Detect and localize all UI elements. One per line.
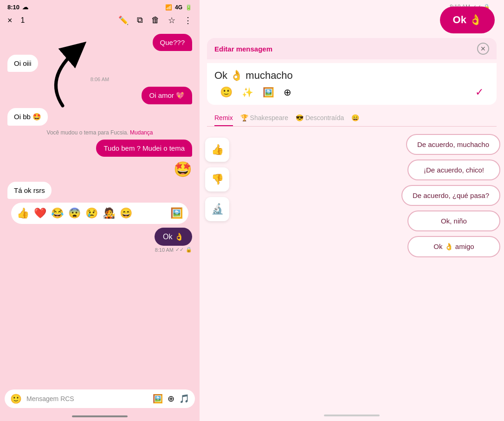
- reaction-scared[interactable]: 😨: [68, 207, 81, 219]
- tab-remix[interactable]: Remix: [214, 114, 233, 126]
- home-indicator-left: [72, 415, 128, 417]
- left-panel: 8:10 ☁ 📶 4G 🔋 × 1 ✏️ ⧉ 🗑 ☆ ⋮: [0, 0, 200, 421]
- lab-button[interactable]: 🔬: [205, 197, 229, 221]
- tab-extra[interactable]: 😄: [351, 114, 359, 126]
- thumbs-up-button[interactable]: 👍: [205, 138, 229, 162]
- toolbar: × 1 ✏️ ⧉ 🗑 ☆ ⋮: [0, 13, 200, 28]
- message-oi-oiii: Oi oiii: [7, 55, 38, 72]
- suggestion-2[interactable]: ¡De acuerdo, chico!: [407, 159, 500, 180]
- home-indicator-right: [324, 415, 380, 416]
- message-oi-amor: Oi amor 💖: [142, 87, 192, 104]
- thumbs-down-button[interactable]: 👎: [205, 167, 229, 191]
- suggestion-5[interactable]: Ok 👌 amigo: [407, 236, 500, 257]
- reaction-heart[interactable]: ❤️: [34, 207, 46, 219]
- suggestion-1[interactable]: De acuerdo, muchacho: [406, 134, 500, 155]
- edit-input-area[interactable]: 🙂 ✨ 🖼️ ⊕ ✓: [207, 63, 497, 105]
- reaction-add-emoji[interactable]: 😄: [120, 207, 132, 219]
- message-timestamp: 8:10 AM ✓✓ 🔒: [155, 247, 192, 253]
- edit-close-button[interactable]: ✕: [477, 43, 489, 55]
- image-action-icon[interactable]: 🖼️: [263, 87, 274, 98]
- message-input[interactable]: Mensagem RCS: [26, 395, 148, 402]
- reaction-laugh[interactable]: 😂: [51, 207, 64, 219]
- chat-area: Que??? Oi oiii 8:06 AM Oi amor 💖 Oi bb 🤩…: [0, 28, 200, 386]
- timestamp-806: 8:06 AM: [90, 77, 109, 82]
- message-oi-bb: Oi bb 🤩: [7, 108, 48, 126]
- input-bar[interactable]: 🙂 Mensagem RCS 🖼️ ⊕ 🎵: [5, 389, 195, 408]
- emoji-input-icon[interactable]: 🙂: [10, 393, 22, 404]
- copy-icon[interactable]: ⧉: [137, 15, 143, 26]
- tab-descontraida-label: 😎 Descontraída: [296, 114, 344, 121]
- reaction-image[interactable]: 🖼️: [170, 207, 183, 219]
- message-que: Que???: [153, 34, 192, 51]
- ok-button-label: Ok 👌: [453, 14, 482, 26]
- close-button[interactable]: ×: [7, 16, 13, 26]
- flask-icon: 🔬: [211, 203, 224, 215]
- time-display: 8:10: [7, 4, 19, 11]
- tab-remix-label: Remix: [214, 114, 233, 121]
- add-action-icon[interactable]: ⊕: [284, 87, 291, 98]
- cloud-icon: ☁: [22, 4, 28, 11]
- side-actions: 👍 👎 🔬: [203, 134, 231, 403]
- thumbs-down-icon: 👎: [211, 173, 224, 185]
- tab-shakespeare-label: 🏆 Shakespeare: [240, 114, 288, 121]
- emoji-message-sent: 🤩: [174, 160, 192, 178]
- ok-message: Ok 👌: [155, 228, 192, 246]
- tabs-bar: Remix 🏆 Shakespeare 😎 Descontraída 😄: [207, 108, 497, 127]
- status-bar: 8:10 ☁ 📶 4G 🔋: [0, 0, 200, 13]
- message-ta-ok: Tá ok rsrs: [7, 182, 52, 199]
- selection-count: 1: [21, 16, 25, 25]
- battery-icon: 🔋: [185, 4, 192, 11]
- emoji-action-icon[interactable]: 🙂: [220, 86, 233, 98]
- right-panel: Ok 👌 8:10 AM ✓✓ 🔒 Editar mensagem ✕ 🙂 ✨ …: [200, 0, 504, 421]
- add-icon[interactable]: ⊕: [168, 394, 174, 404]
- thumbs-up-icon: 👍: [211, 144, 224, 156]
- suggestions-list: De acuerdo, muchacho ¡De acuerdo, chico!…: [237, 134, 500, 403]
- tab-descontraida[interactable]: 😎 Descontraída: [296, 114, 344, 126]
- edit-bar: Editar mensagem ✕: [207, 38, 497, 59]
- magic-action-icon[interactable]: ✨: [242, 87, 253, 98]
- edit-text-input[interactable]: [214, 70, 489, 82]
- voice-icon[interactable]: 🎵: [179, 394, 189, 404]
- suggestion-3[interactable]: De acuerdo, ¿qué pasa?: [401, 185, 500, 206]
- tab-extra-label: 😄: [351, 114, 359, 121]
- delete-icon[interactable]: 🗑: [151, 15, 160, 26]
- more-icon[interactable]: ⋮: [184, 15, 192, 26]
- reaction-bar: 👍 ❤️ 😂 😨 😢 🧑‍🎤 😄 🖼️: [11, 203, 188, 224]
- theme-change-notice: Você mudou o tema para Fucsia. Mudança: [47, 129, 153, 136]
- edit-actions: 🙂 ✨ 🖼️ ⊕ ✓: [214, 82, 489, 100]
- reaction-sad[interactable]: 😢: [85, 207, 98, 219]
- wifi-icon: 📶: [165, 4, 172, 11]
- suggestion-4[interactable]: Ok, niño: [407, 210, 500, 231]
- star-icon[interactable]: ☆: [168, 15, 175, 26]
- reaction-person[interactable]: 🧑‍🎤: [103, 207, 115, 219]
- tab-shakespeare[interactable]: 🏆 Shakespeare: [240, 114, 288, 126]
- suggestions-area: 👍 👎 🔬 De acuerdo, muchacho ¡De acuerdo, …: [200, 127, 504, 411]
- edit-icon[interactable]: ✏️: [118, 15, 129, 26]
- signal-icon: 4G: [175, 4, 182, 11]
- last-sent-message: Ok 👌 8:10 AM ✓✓ 🔒: [155, 228, 192, 253]
- message-tudo-bem: Tudo bem ? Mudei o tema: [96, 140, 192, 157]
- theme-change-link[interactable]: Mudança: [130, 129, 153, 136]
- edit-confirm-button[interactable]: ✓: [475, 86, 484, 98]
- edit-label: Editar mensagem: [214, 45, 272, 53]
- ok-send-button[interactable]: Ok 👌: [440, 6, 495, 33]
- attach-icon[interactable]: 🖼️: [153, 394, 163, 404]
- reaction-thumbs[interactable]: 👍: [17, 207, 29, 219]
